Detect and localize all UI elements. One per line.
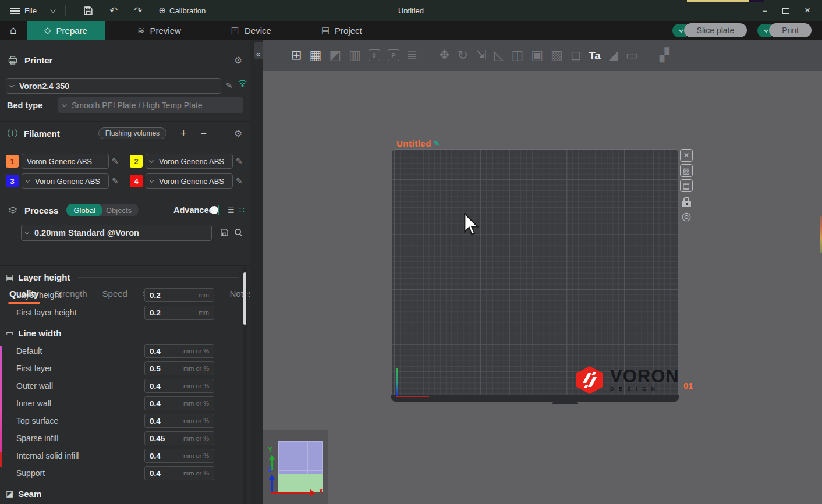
- save-preset-icon[interactable]: [220, 228, 229, 237]
- layer-height-input[interactable]: 0.2 mm: [144, 288, 214, 302]
- plate-settings-icon[interactable]: ◎: [680, 210, 693, 222]
- first-layer-height-input[interactable]: 0.2 mm: [144, 306, 214, 320]
- edit-filament-1-icon[interactable]: ✎: [112, 157, 119, 166]
- line-width-section: ▭ Line width: [6, 327, 239, 339]
- scale-icon[interactable]: ⇲: [476, 49, 486, 62]
- save-icon[interactable]: [83, 6, 93, 16]
- undo-icon[interactable]: ↶: [109, 5, 118, 17]
- remove-filament-icon[interactable]: −: [201, 127, 207, 140]
- rotate-icon[interactable]: ↻: [458, 49, 468, 62]
- plate-image-icon[interactable]: ▨: [680, 164, 693, 177]
- filament-2-name: Voron Generic ABS: [159, 157, 224, 166]
- edit-filament-3-icon[interactable]: ✎: [112, 176, 119, 186]
- split-icon[interactable]: ◫: [512, 49, 524, 62]
- assembly-icon[interactable]: ▞: [660, 49, 669, 62]
- tab-preview[interactable]: ≋ Preview: [120, 21, 199, 40]
- tab-device[interactable]: ◰ Device: [214, 21, 289, 40]
- filament-3-swatch[interactable]: 3: [6, 175, 19, 187]
- scope-objects-button[interactable]: Objects: [102, 206, 139, 215]
- tab-speed[interactable]: Speed: [102, 289, 127, 299]
- line-width-outer-wall-input[interactable]: 0.4 mm or %: [144, 379, 214, 393]
- file-menu-chevron-icon[interactable]: [50, 7, 56, 13]
- process-compare-icon[interactable]: ∷: [239, 205, 245, 215]
- move-icon[interactable]: ✥: [439, 49, 449, 62]
- lay-on-face-icon[interactable]: ◺: [494, 49, 504, 62]
- bed-type-select[interactable]: Smooth PEI Plate / High Temp Plate: [58, 97, 243, 113]
- menu-icon[interactable]: [10, 8, 20, 14]
- color-paint-icon[interactable]: ◢: [608, 49, 618, 62]
- line-width-inner-wall-input[interactable]: 0.4 mm or %: [144, 396, 214, 410]
- lock-plate-icon[interactable]: [680, 194, 693, 207]
- home-icon[interactable]: ⌂: [0, 21, 27, 40]
- process-preset-select[interactable]: 0.20mm Standard @Voron: [21, 225, 212, 241]
- paste-objects-icon[interactable]: P: [388, 49, 399, 61]
- sidebar-scrollbar-thumb[interactable]: [243, 272, 246, 325]
- layers-list-icon[interactable]: ≣: [407, 49, 417, 62]
- printer-settings-gear-icon[interactable]: ⚙: [234, 55, 242, 66]
- line-width-top-surface-input[interactable]: 0.4 mm or %: [144, 414, 214, 428]
- measure-icon[interactable]: ▭: [626, 49, 638, 62]
- edit-filament-2-icon[interactable]: ✎: [236, 157, 243, 166]
- build-plate[interactable]: [391, 149, 679, 402]
- plate-number: 01: [683, 381, 693, 391]
- slice-plate-split-button: Slice plate: [672, 23, 747, 37]
- add-filament-icon[interactable]: +: [180, 127, 187, 140]
- close-button[interactable]: ×: [805, 5, 810, 16]
- filament-settings-gear-icon[interactable]: ⚙: [234, 128, 242, 139]
- calibration-button[interactable]: Calibration: [169, 6, 206, 15]
- cut-icon[interactable]: ◻: [571, 49, 581, 62]
- arrange-plate-icon[interactable]: ▤: [680, 179, 693, 192]
- filament-1-swatch[interactable]: 1: [6, 155, 19, 168]
- delete-plate-icon[interactable]: ×: [680, 149, 693, 162]
- line-width-internal-solid-infill-input[interactable]: 0.4 mm or %: [144, 449, 214, 463]
- advanced-toggle[interactable]: [218, 205, 219, 215]
- copy-objects-icon[interactable]: 0: [369, 49, 380, 61]
- edit-printer-icon[interactable]: ✎: [226, 81, 233, 90]
- parameter-table-icon[interactable]: ≣: [228, 205, 235, 215]
- line-width-support-input[interactable]: 0.4 mm or %: [144, 466, 214, 480]
- process-scope-toggle: Global Objects: [66, 204, 139, 216]
- maximize-button[interactable]: [782, 8, 789, 14]
- line-width-sparse-infill-input[interactable]: 0.45 mm or %: [144, 431, 214, 445]
- add-object-icon[interactable]: ⊞: [291, 49, 302, 62]
- flushing-volumes-button[interactable]: Flushing volumes: [98, 127, 166, 139]
- scope-global-button[interactable]: Global: [66, 204, 102, 216]
- filament-4-swatch[interactable]: 4: [130, 175, 143, 187]
- arrange-icon[interactable]: ▥: [349, 49, 361, 62]
- filament-3-select[interactable]: Voron Generic ABS: [22, 173, 109, 189]
- tab-project[interactable]: ▤ Project: [304, 21, 380, 40]
- filament-1-select[interactable]: Voron Generic ABS: [22, 154, 109, 169]
- file-menu[interactable]: File: [24, 6, 37, 15]
- tab-prepare[interactable]: ◇ Prepare: [27, 21, 105, 40]
- redo-icon[interactable]: ↷: [134, 5, 142, 17]
- wifi-icon[interactable]: [238, 79, 247, 87]
- plate-name[interactable]: Untitled ✎: [396, 139, 440, 148]
- mesh-boolean-icon[interactable]: ▨: [551, 49, 563, 62]
- search-icon[interactable]: [234, 228, 243, 237]
- param-unit: mm or %: [183, 452, 209, 459]
- rename-plate-pencil-icon[interactable]: ✎: [434, 139, 440, 148]
- filament-2-swatch[interactable]: 2: [130, 155, 143, 168]
- printer-preset-value: Voron2.4 350: [19, 81, 69, 91]
- minimize-button[interactable]: −: [762, 6, 767, 16]
- toolbar-divider: [428, 48, 428, 63]
- auto-orient-icon[interactable]: ◩: [329, 49, 341, 62]
- print-button[interactable]: Print: [769, 23, 812, 37]
- line-width-first-layer-input[interactable]: 0.5 mm or %: [144, 361, 214, 375]
- filament-4-select[interactable]: Voron Generic ABS: [146, 173, 233, 189]
- calibration-icon[interactable]: ⊕: [158, 5, 166, 16]
- orientation-thumbnail[interactable]: Y Z x: [263, 430, 328, 504]
- param-value: 0.4: [150, 382, 161, 391]
- add-plate-icon[interactable]: ▦: [309, 49, 321, 62]
- filament-2-select[interactable]: Voron Generic ABS: [146, 154, 233, 169]
- param-unit: mm: [199, 309, 209, 316]
- clone-icon[interactable]: ▣: [531, 49, 543, 62]
- edit-filament-4-icon[interactable]: ✎: [236, 176, 243, 186]
- printer-preset-select[interactable]: Voron2.4 350: [6, 78, 221, 94]
- artifact-strip: [749, 0, 764, 2]
- plate-action-icons: × ▨ ▤ ◎: [680, 149, 693, 222]
- slice-plate-button[interactable]: Slice plate: [684, 23, 747, 37]
- line-width-default-input[interactable]: 0.4 mm or %: [144, 344, 214, 358]
- text-tool-icon[interactable]: Ta: [589, 50, 601, 61]
- tab-notes[interactable]: Notes: [230, 289, 253, 299]
